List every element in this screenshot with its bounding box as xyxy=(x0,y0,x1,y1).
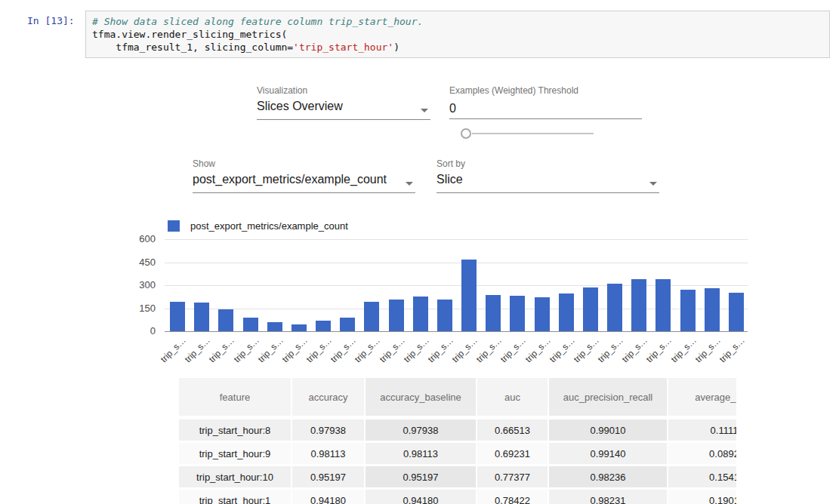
table-cell: 0.94180 xyxy=(365,489,477,504)
show-metric-select-value: post_export_metrics/example_count xyxy=(193,171,415,188)
code-line: tfma.view.render_slicing_metrics( xyxy=(92,28,823,41)
chart-legend: post_export_metrics/example_count xyxy=(168,220,348,232)
bar xyxy=(267,322,282,331)
table-cell: trip_start_hour:8 xyxy=(179,418,291,442)
bar xyxy=(316,321,331,331)
chevron-down-icon xyxy=(421,109,428,112)
table-row: trip_start_hour:80.979380.979380.665130.… xyxy=(179,418,736,442)
table-cell: 0.98113 xyxy=(291,442,365,466)
bar xyxy=(291,324,307,331)
x-axis-line xyxy=(165,331,748,332)
table-cell: trip_start_hour:1 xyxy=(179,489,291,504)
column-header-auc[interactable]: auc xyxy=(477,378,548,418)
table-cell: 0.77377 xyxy=(477,466,548,489)
column-header-average_loss[interactable]: average_loss xyxy=(668,378,736,418)
sort-by-select[interactable]: Slice xyxy=(436,171,659,193)
table-cell: 0.95197 xyxy=(291,466,365,489)
threshold-label: Examples (Weighted) Threshold xyxy=(449,85,578,96)
bar xyxy=(486,295,501,331)
legend-marker xyxy=(168,220,180,232)
code-cell[interactable]: # Show data sliced along feature column … xyxy=(85,11,830,58)
bar xyxy=(583,287,598,331)
table-cell: 0.1901 xyxy=(668,489,736,504)
bar xyxy=(389,300,404,331)
y-axis-tick-label: 300 xyxy=(139,279,156,291)
table-cell: trip_start_hour:10 xyxy=(179,466,291,489)
bar xyxy=(631,279,646,331)
table-cell: 0.98231 xyxy=(548,489,668,504)
code-string: 'trip_start_hour' xyxy=(293,41,393,53)
slider-thumb[interactable] xyxy=(461,128,471,139)
table-cell: 0.97938 xyxy=(365,418,477,442)
visualization-select[interactable]: Slices Overview xyxy=(257,98,430,120)
gridline xyxy=(165,239,748,240)
bar-chart-plot-area: trip_s…trip_s…trip_s…trip_s…trip_s…trip_… xyxy=(165,234,748,332)
gridline xyxy=(165,263,748,263)
table-cell: 0.99140 xyxy=(548,442,668,466)
column-header-accuracy[interactable]: accuracy xyxy=(291,378,365,418)
y-axis: 0150300450600 xyxy=(122,234,156,332)
bar xyxy=(535,297,550,331)
bar xyxy=(680,290,696,331)
chevron-down-icon xyxy=(406,182,413,186)
bar xyxy=(170,302,185,331)
bar xyxy=(461,260,477,331)
table-cell: 0.97938 xyxy=(291,418,365,442)
legend-label: post_export_metrics/example_count xyxy=(190,220,348,232)
sort-by-select-value: Slice xyxy=(436,171,659,188)
bar xyxy=(510,296,525,331)
code-line: tfma_result_1, slicing_column='trip_star… xyxy=(92,41,823,54)
slider-track[interactable] xyxy=(472,133,594,134)
visualization-label: Visualization xyxy=(257,85,307,96)
table-cell: 0.99010 xyxy=(548,418,668,442)
code-comment: # Show data sliced along feature column … xyxy=(92,15,823,28)
table-cell: 0.66513 xyxy=(477,418,548,442)
table-cell: trip_start_hour:9 xyxy=(179,442,291,466)
table-cell: 0.95197 xyxy=(365,466,477,489)
table-cell: 0.69231 xyxy=(477,442,548,466)
y-axis-tick-label: 450 xyxy=(139,257,156,269)
bar xyxy=(243,318,258,331)
show-metric-select[interactable]: post_export_metrics/example_count xyxy=(193,171,415,193)
table-cell: 0.0892 xyxy=(668,442,736,466)
table-cell: 0.1111 xyxy=(668,418,736,442)
bar xyxy=(218,309,233,331)
table-row: trip_start_hour:90.981130.981130.692310.… xyxy=(179,442,736,466)
bar xyxy=(655,279,671,331)
show-label: Show xyxy=(193,158,215,169)
column-header-auc_precision_recall[interactable]: auc_precision_recall xyxy=(548,378,668,418)
y-axis-tick-label: 150 xyxy=(139,303,156,315)
bar xyxy=(194,303,209,331)
sort-by-label: Sort by xyxy=(436,158,465,169)
y-axis-tick-label: 600 xyxy=(139,233,156,245)
bar xyxy=(729,293,744,331)
bar xyxy=(413,297,428,331)
table-cell: 0.94180 xyxy=(291,489,365,504)
y-axis-tick-label: 0 xyxy=(150,325,156,337)
metrics-table: featureaccuracyaccuracy_baselineaucauc_p… xyxy=(179,378,736,504)
bar xyxy=(364,302,379,331)
table-row: trip_start_hour:10.941800.941800.784220.… xyxy=(179,489,736,504)
visualization-select-value: Slices Overview xyxy=(257,98,430,115)
column-header-accuracy_baseline[interactable]: accuracy_baseline xyxy=(365,378,477,418)
chevron-down-icon xyxy=(649,182,657,186)
cell-prompt: In [13]: xyxy=(27,15,75,26)
bar xyxy=(437,300,452,331)
threshold-input[interactable] xyxy=(449,98,642,119)
bar xyxy=(340,318,355,331)
table-row: trip_start_hour:100.951970.951970.773770… xyxy=(179,466,736,489)
threshold-slider[interactable] xyxy=(461,128,594,138)
metrics-table-container: featureaccuracyaccuracy_baselineaucauc_p… xyxy=(179,378,736,504)
table-cell: 0.98236 xyxy=(548,466,668,489)
bar xyxy=(705,288,720,331)
table-header-row: featureaccuracyaccuracy_baselineaucauc_p… xyxy=(179,378,736,418)
table-cell: 0.98113 xyxy=(365,442,477,466)
table-cell: 0.78422 xyxy=(477,489,548,504)
bar xyxy=(607,284,622,331)
table-cell: 0.1541 xyxy=(668,466,736,489)
bar xyxy=(559,293,574,331)
column-header-feature[interactable]: feature xyxy=(179,378,291,418)
